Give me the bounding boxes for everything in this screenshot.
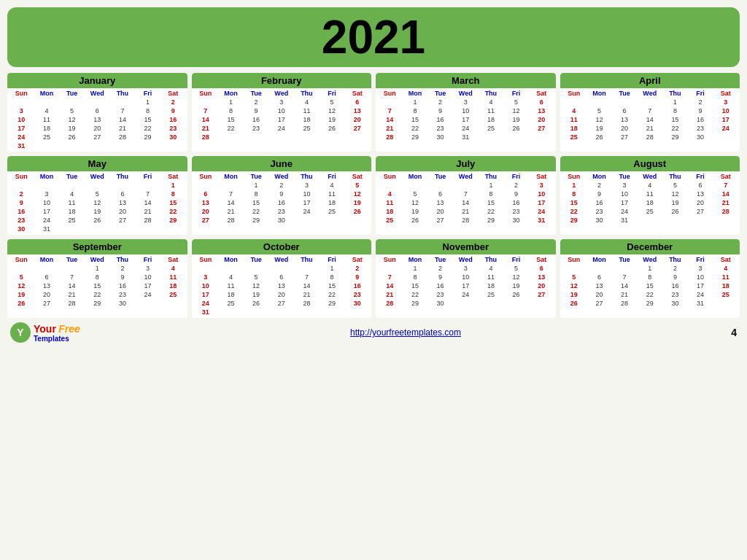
day-header-tue: Tue [427, 89, 453, 98]
days-grid: 1234567891011121314151617181920212223242… [7, 264, 187, 309]
day-header-mon: Mon [587, 255, 612, 264]
month-block-may: MaySunMonTueWedThuFriSat1234567891011121… [7, 156, 187, 235]
day-cell: 22 [320, 290, 345, 299]
day-cell: 9 [160, 106, 186, 115]
day-cell: 7 [453, 190, 479, 198]
day-cell: 17 [453, 281, 479, 290]
day-cell: 25 [34, 133, 60, 141]
month-header-october: October [192, 239, 372, 254]
day-cell: 25 [294, 124, 320, 133]
day-cell: 21 [135, 207, 160, 216]
day-cell: 6 [427, 190, 453, 198]
day-empty [218, 181, 244, 190]
day-cell: 10 [688, 273, 713, 281]
logo-templates: Templates [34, 335, 80, 343]
day-cell: 18 [59, 207, 85, 216]
day-cell: 2 [503, 181, 529, 190]
day-cell: 29 [662, 133, 688, 141]
day-cell: 2 [9, 190, 34, 198]
day-cell: 9 [344, 273, 370, 281]
calendar-grid: JanuarySunMonTueWedThuFriSat123456789101… [7, 73, 740, 318]
day-cell: 28 [135, 216, 160, 225]
day-cell: 25 [377, 216, 403, 225]
day-header-fri: Fri [135, 255, 160, 264]
day-cell: 11 [59, 198, 85, 207]
day-cell: 5 [662, 181, 688, 190]
day-cell: 20 [612, 124, 638, 133]
day-cell: 15 [479, 198, 504, 207]
day-empty [244, 264, 269, 273]
day-header-sat: Sat [713, 172, 738, 181]
day-cell: 11 [637, 190, 662, 198]
day-empty [562, 264, 587, 273]
day-cell: 28 [377, 299, 403, 308]
day-cell: 18 [479, 115, 504, 124]
day-cell: 18 [377, 207, 403, 216]
day-cell: 22 [479, 207, 504, 216]
day-cell: 17 [135, 281, 160, 290]
day-cell: 24 [193, 299, 219, 308]
day-headers: SunMonTueWedThuFriSat [376, 171, 556, 181]
day-cell: 21 [294, 290, 320, 299]
day-cell: 16 [244, 115, 269, 124]
day-headers: SunMonTueWedThuFriSat [376, 88, 556, 98]
day-cell: 10 [135, 273, 160, 281]
day-cell: 7 [377, 106, 403, 115]
day-cell: 6 [193, 190, 219, 198]
day-header-mon: Mon [218, 255, 244, 264]
day-header-thu: Thu [294, 89, 320, 98]
day-cell: 26 [587, 133, 612, 141]
month-block-august: AugustSunMonTueWedThuFriSat1234567891011… [560, 156, 740, 235]
day-cell: 20 [688, 198, 713, 207]
day-header-tue: Tue [59, 89, 85, 98]
day-empty [59, 98, 85, 106]
day-cell: 31 [612, 216, 638, 225]
day-cell: 30 [427, 299, 453, 308]
day-cell: 11 [377, 198, 403, 207]
day-cell: 20 [529, 281, 554, 290]
day-cell: 24 [529, 207, 554, 216]
day-cell: 7 [713, 181, 738, 190]
day-cell: 25 [218, 299, 244, 308]
day-cell: 23 [268, 207, 294, 216]
day-cell: 22 [85, 290, 110, 299]
day-cell: 10 [34, 198, 60, 207]
day-cell: 10 [529, 190, 554, 198]
day-empty [9, 181, 34, 190]
day-cell: 5 [59, 106, 85, 115]
month-block-february: FebruarySunMonTueWedThuFriSat12345678910… [192, 73, 372, 152]
day-cell: 20 [344, 115, 370, 124]
day-cell: 4 [160, 264, 186, 273]
day-header-sun: Sun [9, 172, 34, 181]
footer-link[interactable]: http://yourfreetemplates.com [350, 327, 461, 338]
day-cell: 10 [9, 115, 34, 124]
day-cell: 19 [403, 207, 428, 216]
day-cell: 21 [110, 124, 136, 133]
day-headers: SunMonTueWedThuFriSat [192, 171, 372, 181]
day-cell: 4 [59, 190, 85, 198]
day-empty [403, 181, 428, 190]
day-cell: 27 [193, 216, 219, 225]
month-block-november: NovemberSunMonTueWedThuFriSat12345678910… [376, 239, 556, 318]
month-block-april: AprilSunMonTueWedThuFriSat12345678910111… [560, 73, 740, 152]
day-cell: 1 [562, 181, 587, 190]
day-headers: SunMonTueWedThuFriSat [7, 88, 187, 98]
day-cell: 6 [34, 273, 60, 281]
day-cell: 27 [688, 207, 713, 216]
day-cell: 12 [503, 273, 529, 281]
day-cell: 8 [320, 273, 345, 281]
day-cell: 27 [344, 124, 370, 133]
day-cell: 12 [59, 115, 85, 124]
day-cell: 8 [218, 106, 244, 115]
day-header-thu: Thu [294, 172, 320, 181]
day-cell: 9 [244, 106, 269, 115]
day-cell: 25 [713, 290, 738, 299]
day-cell: 22 [160, 207, 186, 216]
day-cell: 15 [403, 281, 428, 290]
day-cell: 3 [9, 106, 34, 115]
day-cell: 21 [59, 290, 85, 299]
day-cell: 10 [612, 190, 638, 198]
day-cell: 31 [34, 225, 60, 233]
day-cell: 21 [713, 198, 738, 207]
day-empty [85, 98, 110, 106]
